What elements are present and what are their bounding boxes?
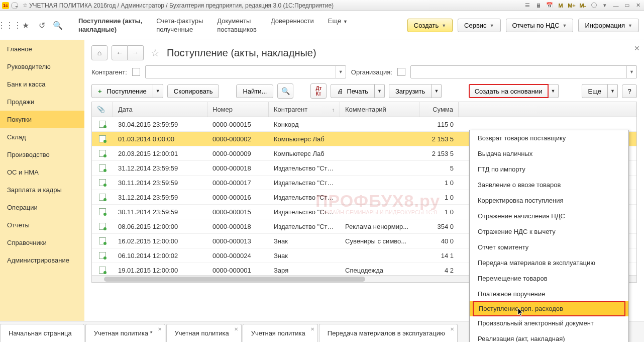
- sidebar-item[interactable]: Производство: [0, 146, 84, 163]
- sidebar-item[interactable]: Покупки: [0, 111, 84, 128]
- menu-item[interactable]: Произвольный электронный документ: [470, 315, 628, 331]
- minimize-icon[interactable]: —: [612, 2, 620, 10]
- filter-contragent-checkbox[interactable]: [132, 68, 140, 76]
- menu-item[interactable]: Передача материалов в эксплуатацию: [470, 255, 628, 271]
- postuplenie-button[interactable]: Поступление: [91, 84, 153, 98]
- more-caret[interactable]: ▼: [608, 84, 618, 98]
- dt-kt-button[interactable]: ДтКт: [310, 83, 327, 99]
- caret-icon[interactable]: ▼: [336, 66, 346, 78]
- menu-item[interactable]: Поступление доп. расходов: [470, 301, 628, 316]
- cell-date: 31.12.2014 23:59:59: [113, 194, 207, 201]
- history-icon[interactable]: ↺: [37, 21, 46, 30]
- favorite-icon[interactable]: ☆: [21, 2, 29, 10]
- tool-icon[interactable]: 🖩: [534, 2, 543, 10]
- cell-date: 01.03.2014 0:00:00: [113, 135, 207, 143]
- sidebar-item[interactable]: Руководителю: [0, 58, 84, 75]
- bottom-tab[interactable]: Учетная политика✕: [243, 324, 318, 342]
- menu-item[interactable]: Отчет комитенту: [470, 239, 628, 255]
- bottom-tab[interactable]: Учетная политика *✕: [85, 324, 165, 342]
- menu-item[interactable]: Заявление о ввозе товаров: [470, 177, 628, 193]
- cell-comm: Сувениры с симво...: [340, 237, 419, 245]
- tab-close-icon[interactable]: ✕: [158, 326, 162, 332]
- forward-button[interactable]: →: [128, 45, 144, 60]
- sidebar: ГлавноеРуководителюБанк и кассаПродажиПо…: [0, 40, 84, 321]
- close-icon[interactable]: ✕: [634, 2, 642, 10]
- filter-org-checkbox[interactable]: [397, 68, 405, 76]
- clear-filter-button[interactable]: 🔍: [277, 83, 293, 99]
- service-button[interactable]: Сервис▼: [458, 19, 500, 32]
- print-button[interactable]: 🖨 Печать: [331, 84, 375, 98]
- bottom-tab[interactable]: Начальная страница: [0, 324, 84, 342]
- col-comm[interactable]: Комментарий: [340, 102, 419, 117]
- back-button[interactable]: ←: [112, 45, 128, 60]
- tab-close-icon[interactable]: ✕: [310, 326, 314, 332]
- copy-button[interactable]: Скопировать: [167, 84, 220, 98]
- panel-close-icon[interactable]: ✕: [634, 44, 640, 52]
- menu-item[interactable]: Реализация (акт, накладная): [470, 331, 628, 342]
- star-icon[interactable]: ★: [21, 21, 30, 30]
- sidebar-item[interactable]: Администрирование: [0, 251, 84, 269]
- filter-contragent-combo[interactable]: ▼: [145, 65, 346, 78]
- help-button[interactable]: ?: [622, 84, 637, 98]
- info-icon[interactable]: ⓘ: [590, 2, 598, 10]
- app-logo-icon: 1c: [2, 2, 9, 9]
- sidebar-item[interactable]: ОС и НМА: [0, 163, 84, 181]
- menu-item[interactable]: Корректировка поступления: [470, 193, 628, 208]
- menu-item[interactable]: Платежное поручение: [470, 286, 628, 302]
- maximize-icon[interactable]: ▭: [623, 2, 631, 10]
- load-button[interactable]: Загрузить: [389, 84, 432, 98]
- menu-item[interactable]: Отражение начисления НДС: [470, 208, 628, 224]
- tool-icon[interactable]: ☰: [523, 2, 531, 10]
- create-based-on-button[interactable]: Создать на основании: [469, 84, 549, 98]
- sidebar-item[interactable]: Продажи: [0, 93, 84, 111]
- bottom-tab[interactable]: Передача материалов в эксплуатацию✕: [319, 324, 458, 342]
- apps-icon[interactable]: ⋮⋮⋮: [5, 21, 14, 30]
- col-sum[interactable]: Сумма: [419, 102, 459, 117]
- load-caret[interactable]: ▼: [432, 84, 442, 98]
- nav-tab[interactable]: Доверенности: [264, 17, 321, 34]
- info-caret-icon[interactable]: ▾: [601, 2, 609, 10]
- col-attach[interactable]: 📎: [92, 102, 113, 117]
- col-date[interactable]: Дата: [113, 102, 207, 117]
- memory-mplus-button[interactable]: M+: [568, 2, 576, 10]
- nav-tab[interactable]: Документыпоставщиков: [210, 17, 264, 34]
- create-based-on-caret[interactable]: ▼: [549, 84, 559, 98]
- tool-icon[interactable]: 📅: [546, 2, 554, 10]
- reports-button[interactable]: Отчеты по НДС▼: [506, 19, 574, 32]
- dropdown-icon[interactable]: [11, 2, 18, 9]
- search-icon[interactable]: 🔍: [53, 21, 62, 30]
- menu-item[interactable]: Выдача наличных: [470, 146, 628, 161]
- tab-close-icon[interactable]: ✕: [450, 326, 454, 332]
- sidebar-item[interactable]: Операции: [0, 199, 84, 216]
- menu-item[interactable]: Возврат товаров поставщику: [470, 130, 628, 146]
- sidebar-item[interactable]: Склад: [0, 128, 84, 146]
- col-agent[interactable]: Контрагент↑: [269, 102, 340, 117]
- more-button[interactable]: Еще: [582, 84, 608, 98]
- sidebar-item[interactable]: Банк и касса: [0, 75, 84, 93]
- bottom-tab[interactable]: Учетная политика✕: [166, 324, 242, 342]
- menu-item[interactable]: ГТД по импорту: [470, 161, 628, 177]
- memory-mminus-button[interactable]: M-: [579, 2, 587, 10]
- print-caret[interactable]: ▼: [375, 84, 385, 98]
- sidebar-item[interactable]: Отчеты: [0, 216, 84, 234]
- menu-item[interactable]: Отражение НДС к вычету: [470, 224, 628, 239]
- nav-tab[interactable]: Поступление (акты,накладные): [71, 17, 149, 34]
- sidebar-item[interactable]: Справочники: [0, 234, 84, 251]
- col-num[interactable]: Номер: [207, 102, 269, 117]
- menu-item[interactable]: Перемещение товаров: [470, 271, 628, 286]
- create-button[interactable]: Создать▼: [407, 19, 453, 32]
- postuplenie-caret[interactable]: ▼: [153, 84, 163, 98]
- find-button[interactable]: Найти...: [236, 84, 273, 98]
- sidebar-item[interactable]: Зарплата и кадры: [0, 181, 84, 199]
- info-button[interactable]: Информация▼: [578, 19, 639, 32]
- memory-m-button[interactable]: M: [557, 2, 565, 10]
- nav-tab[interactable]: Счета-фактурыполученные: [149, 17, 210, 34]
- caret-icon[interactable]: ▼: [626, 66, 636, 78]
- nav-tab[interactable]: Еще ▼: [321, 17, 355, 34]
- sidebar-item[interactable]: Главное: [0, 40, 84, 58]
- filter-org-combo[interactable]: ▼: [410, 65, 637, 78]
- home-button[interactable]: ⌂: [91, 45, 108, 60]
- cell-date: 30.11.2014 23:59:59: [113, 179, 207, 187]
- tab-close-icon[interactable]: ✕: [234, 326, 238, 332]
- favorite-star-icon[interactable]: ☆: [151, 47, 160, 59]
